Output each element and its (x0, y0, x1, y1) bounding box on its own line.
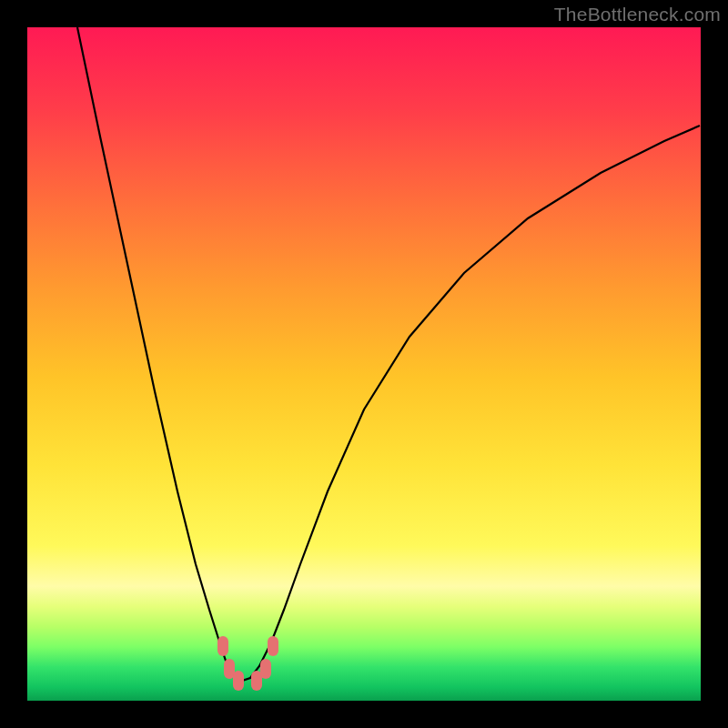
chart-svg (27, 27, 701, 701)
bottleneck-curve (77, 27, 700, 681)
chart-plot-area (27, 27, 701, 701)
watermark-text: TheBottleneck.com (554, 4, 721, 25)
marker-right-upper (268, 636, 278, 656)
curve-markers (217, 636, 278, 691)
marker-left-upper (217, 636, 228, 656)
marker-right-lower (260, 659, 271, 679)
marker-bottom-left (233, 671, 244, 691)
